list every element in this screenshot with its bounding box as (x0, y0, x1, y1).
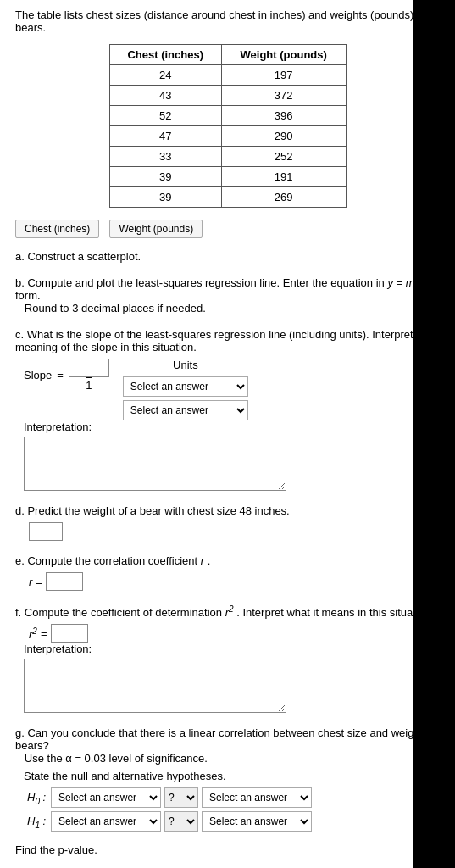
table-cell: 43 (109, 86, 221, 106)
table-cell: 24 (109, 65, 221, 86)
table-cell: 191 (221, 167, 346, 187)
question-d: d. Predict the weight of a bear with che… (15, 504, 440, 541)
question-a: a. Construct a scatterplot. (15, 250, 440, 263)
slope-row: Slope = 1 (24, 359, 109, 392)
col-header-weight: Weight (pounds) (221, 45, 346, 65)
predict-input[interactable] (29, 522, 63, 541)
slope-fraction: 1 (69, 359, 109, 392)
question-f-text: f. Compute the coefficient of determinat… (15, 606, 222, 619)
state-hyp-label: State the null and alternative hypothese… (24, 770, 440, 782)
question-g: g. Can you conclude that there is a line… (15, 726, 440, 856)
h1-select-2[interactable]: Select an answer 0 ρ r (202, 811, 312, 832)
interpretation-section: Interpretation: (15, 420, 440, 491)
slope-numerator (69, 359, 109, 377)
interpretation-textarea[interactable] (24, 437, 286, 491)
units-dropdowns: Units Select an answer inches pounds inc… (123, 359, 248, 420)
r-row: r = (29, 572, 440, 591)
r2-label: r2 (29, 626, 37, 641)
table-cell: 396 (221, 106, 346, 126)
interpretation-label: Interpretation: (24, 420, 440, 433)
r-symbol: r (201, 554, 208, 567)
h1-select-1[interactable]: Select an answer ρ = 0 ρ ≠ 0 ρ < 0 ρ > 0 (51, 811, 161, 832)
interpretation-label-2: Interpretation: (24, 643, 440, 655)
data-table: Chest (inches) Weight (pounds) 241974337… (109, 44, 347, 208)
question-c: c. What is the slope of the least-square… (15, 328, 440, 491)
question-c-label: c. What is the slope of the least-square… (15, 328, 440, 353)
question-b-label: b. Compute and plot the least-squares re… (15, 276, 440, 314)
question-e-label: e. Compute the correlation coefficient r… (15, 554, 440, 567)
interpretation-section-2: Interpretation: (15, 643, 440, 713)
r-equals: = (36, 576, 42, 588)
h0-select-1[interactable]: Select an answer ρ = 0 ρ ≠ 0 ρ < 0 ρ > 0 (51, 787, 161, 808)
h1-row: H1 : Select an answer ρ = 0 ρ ≠ 0 ρ < 0 … (27, 811, 440, 832)
h0-label: H0 : (27, 791, 47, 806)
find-p-label: Find the p-value. (15, 843, 440, 856)
question-g-label: g. Can you conclude that there is a line… (15, 726, 440, 765)
y-axis-label-btn[interactable]: Weight (pounds) (109, 220, 203, 238)
table-cell: 252 (221, 147, 346, 167)
h0-operator-select[interactable]: ? = ≠ < > (164, 787, 198, 808)
units-select-1[interactable]: Select an answer inches pounds inches/po… (123, 376, 248, 397)
h0-select-2[interactable]: Select an answer 0 ρ r (202, 787, 312, 808)
table-cell: 39 (109, 187, 221, 208)
table-cell: 290 (221, 126, 346, 147)
col-header-chest: Chest (inches) (109, 45, 221, 65)
question-e-period: . (208, 554, 211, 567)
question-a-label: a. Construct a scatterplot. (15, 250, 440, 263)
slope-denominator: 1 (86, 377, 92, 392)
slope-num-input[interactable] (69, 359, 109, 377)
table-cell: 39 (109, 167, 221, 187)
h1-label: H1 : (27, 815, 47, 830)
table-cell: 372 (221, 86, 346, 106)
slope-text: Slope (24, 369, 52, 381)
interpretation-textarea-2[interactable] (24, 659, 286, 713)
table-cell: 197 (221, 65, 346, 86)
table-cell: 47 (109, 126, 221, 147)
question-d-label: d. Predict the weight of a bear with che… (15, 504, 440, 517)
question-b: b. Compute and plot the least-squares re… (15, 276, 440, 314)
table-cell: 52 (109, 106, 221, 126)
equals-sign: = (57, 369, 64, 381)
question-f: f. Compute the coefficient of determinat… (15, 604, 440, 713)
question-b-cont: form. Round to 3 decimal places if neede… (15, 289, 206, 314)
intro-text: The table lists chest sizes (distance ar… (15, 8, 440, 34)
units-label: Units (123, 359, 248, 371)
r2-symbol: r2 (225, 606, 234, 619)
table-cell: 269 (221, 187, 346, 208)
units-select-2[interactable]: Select an answer inches pounds inches/po… (123, 400, 248, 420)
question-e-text: e. Compute the correlation coefficient (15, 554, 197, 567)
table-cell: 33 (109, 147, 221, 167)
question-f-cont: . Interpret what it means in this situat… (236, 606, 434, 619)
h0-row: H0 : Select an answer ρ = 0 ρ ≠ 0 ρ < 0 … (27, 787, 440, 808)
r2-input[interactable] (51, 624, 88, 643)
x-axis-label-btn[interactable]: Chest (inches) (15, 220, 99, 238)
r-label: r (29, 576, 32, 588)
slope-units-container: Slope = 1 Units Select an answer inches … (24, 359, 440, 420)
question-f-label: f. Compute the coefficient of determinat… (15, 604, 440, 619)
question-e: e. Compute the correlation coefficient r… (15, 554, 440, 591)
r2-row: r2 = (29, 624, 440, 643)
h1-operator-select[interactable]: ? = ≠ < > (164, 811, 198, 832)
r2-equals: = (41, 627, 47, 640)
hypotheses-section: H0 : Select an answer ρ = 0 ρ ≠ 0 ρ < 0 … (27, 787, 440, 832)
question-b-text: b. Compute and plot the least-squares re… (15, 276, 385, 289)
r-input[interactable] (46, 572, 83, 591)
axis-labels: Chest (inches) Weight (pounds) (15, 220, 440, 238)
